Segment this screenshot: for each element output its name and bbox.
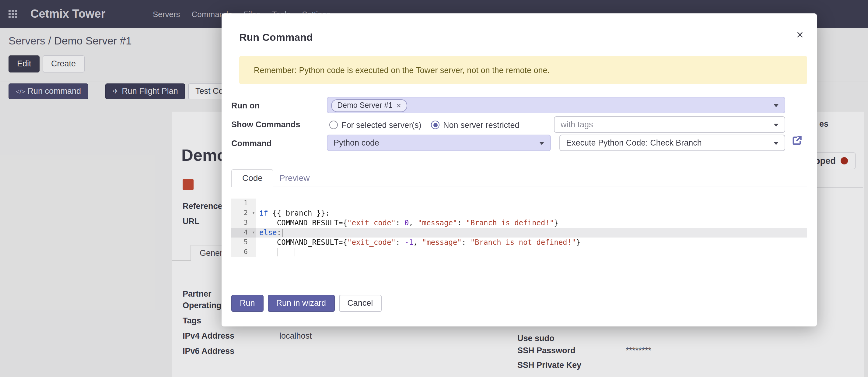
cancel-button[interactable]: Cancel [339,295,381,312]
command-type-select[interactable]: Python code [327,135,551,151]
server-tag: Demo Server #1 ✕ [331,99,407,112]
use-sudo-label: Use sudo [517,334,555,343]
show-commands-label: Show Commands [231,120,300,129]
divider [222,49,817,49]
indent-guide [277,248,278,256]
command-type-value: Python code [334,135,379,150]
tag-remove-icon[interactable]: ✕ [396,100,401,112]
tabs-border [231,186,807,186]
divider [816,187,863,187]
apps-grid-icon[interactable] [8,10,17,18]
editor-line: 1 [231,199,807,208]
radio-non-server-restricted[interactable] [431,121,439,129]
editor-active-line: 4▾ else: [231,228,807,237]
fold-icon[interactable]: ▾ [252,208,255,218]
breadcrumb-servers[interactable]: Servers [8,35,45,47]
tab-preview[interactable]: Preview [279,173,310,183]
code-icon: </> [16,88,25,95]
breadcrumb: Servers / Demo Server #1 [8,35,132,48]
run-on-field[interactable]: Demo Server #1 ✕ [327,97,785,113]
app-root: Cetmix Tower Servers Commands Files Tool… [0,0,868,377]
ssh-private-key-label: SSH Private Key [517,360,581,370]
radio-selected-servers[interactable] [329,121,338,129]
text-cursor [282,229,282,237]
breadcrumb-current: Demo Server #1 [54,35,132,47]
run-flight-plan-button[interactable]: ✈Run Flight Plan [105,83,185,99]
flight-plan-icon: ✈ [113,87,119,96]
line-number: 6 [231,247,256,257]
code-editor[interactable]: 1 2▾ if {{ branch }}: 3 COMMAND_RESULT={… [231,199,807,257]
run-command-button[interactable]: </>Run command [8,83,88,99]
app-title: Cetmix Tower [30,0,105,28]
chevron-down-icon [774,142,778,145]
run-on-label: Run on [231,101,259,110]
command-label: Command [231,139,272,148]
ipv4-label: IPv4 Address [183,331,234,341]
radio-selected-servers-label[interactable]: For selected server(s) [341,121,422,130]
line-number: 2▾ [231,208,256,218]
nav-menu-servers[interactable]: Servers [153,9,180,19]
external-link-icon[interactable] [791,135,802,146]
run-button[interactable]: Run [231,295,264,312]
with-tags-select[interactable]: with tags [554,116,785,133]
reference-label: Reference [183,202,222,211]
breadcrumb-slash: / [48,35,51,47]
close-icon[interactable]: × [797,29,804,41]
run-in-wizard-button[interactable]: Run in wizard [268,295,335,312]
chevron-down-icon [774,124,778,127]
line-number: 3 [231,218,256,228]
command-value: Execute Python Code: Check Branch [566,135,702,150]
create-button[interactable]: Create [42,55,84,72]
edit-button[interactable]: Edit [8,55,40,72]
ssh-password-label: SSH Password [517,346,576,355]
chevron-down-icon [539,142,544,145]
tab-code[interactable]: Code [231,169,274,187]
line-number: 1 [231,199,256,208]
line-number: 4▾ [231,228,256,237]
indent-guide [294,248,295,256]
run-command-dialog: Run Command × Remember: Python code is e… [222,13,817,326]
status-dot-icon [841,157,848,165]
ipv6-label: IPv6 Address [183,347,234,356]
line-number: 5 [231,237,256,247]
fold-icon[interactable]: ▾ [252,228,255,237]
with-tags-placeholder: with tags [561,117,593,132]
radio-non-server-restricted-label[interactable]: Non server restricted [443,121,520,130]
editor-line: 5 COMMAND_RESULT={"exit_code": -1, "mess… [231,237,807,247]
ssh-password-value: ******** [626,346,651,355]
server-tag-label: Demo Server #1 [337,100,393,112]
tags-label: Tags [183,316,201,325]
command-select[interactable]: Execute Python Code: Check Branch [559,135,785,151]
clipped-stat-text: es [819,119,829,128]
editor-line: 6 [231,247,807,257]
ipv4-value: localhost [279,331,312,341]
server-color-swatch[interactable] [183,179,193,190]
warning-alert-text: Remember: Python code is executed on the… [254,65,550,75]
editor-line: 2▾ if {{ branch }}: [231,208,807,218]
partner-label: Partner [183,289,212,298]
warning-alert: Remember: Python code is executed on the… [239,56,807,84]
url-label: URL [183,217,200,226]
chevron-down-icon [774,104,778,107]
dialog-title: Run Command [239,32,313,44]
editor-line: 3 COMMAND_RESULT={"exit_code": 0, "messa… [231,218,807,228]
dialog-footer: Run Run in wizard Cancel [231,295,381,312]
